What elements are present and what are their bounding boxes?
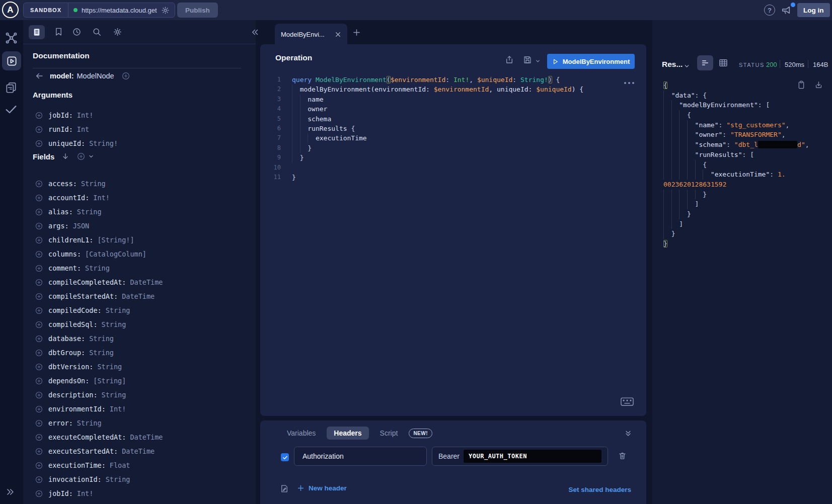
field-type[interactable]: [String]: [93, 377, 126, 385]
endpoint-url[interactable]: https://metadata.cloud.get: [82, 7, 157, 14]
field-type[interactable]: DateTime: [122, 447, 155, 455]
add-all-fields-button[interactable]: [77, 152, 94, 161]
endpoint-url-segment[interactable]: https://metadata.cloud.get: [68, 3, 175, 17]
add-field-plus-icon[interactable]: [35, 433, 43, 442]
add-field-plus-icon[interactable]: [35, 320, 43, 329]
field-type[interactable]: DateTime: [130, 278, 163, 286]
field-name[interactable]: description:: [48, 391, 98, 399]
field-name[interactable]: columns:: [48, 250, 81, 258]
header-name-input[interactable]: Authorization: [294, 447, 427, 466]
argument-name[interactable]: jobId:: [48, 111, 73, 119]
field-name[interactable]: accountId:: [48, 194, 89, 202]
field-name[interactable]: dependsOn:: [48, 377, 89, 385]
publish-button[interactable]: Publish: [177, 3, 218, 18]
field-name[interactable]: invocationId:: [48, 475, 102, 483]
save-icon[interactable]: [523, 55, 532, 64]
add-field-plus-icon[interactable]: [35, 391, 43, 399]
auth-token-field[interactable]: YOUR_AUTH_TOKEN: [464, 450, 601, 463]
field-name[interactable]: executeStartedAt:: [48, 447, 118, 455]
new-header-button[interactable]: New header: [297, 484, 347, 492]
expand-rail-chevrons-icon[interactable]: [5, 487, 15, 497]
new-tab-plus-icon[interactable]: [352, 28, 361, 37]
keyboard-shortcuts-icon[interactable]: [621, 397, 634, 406]
save-options-chevron-icon[interactable]: [535, 58, 541, 64]
field-name[interactable]: dbtVersion:: [48, 363, 93, 371]
field-type[interactable]: String: [102, 391, 126, 399]
field-type[interactable]: DateTime: [130, 433, 163, 441]
field-type[interactable]: String: [97, 363, 122, 371]
field-type[interactable]: String: [106, 306, 130, 314]
tab-script[interactable]: Script: [380, 429, 398, 437]
argument-type[interactable]: Int: [77, 125, 89, 133]
documentation-tab-button[interactable]: [29, 25, 45, 39]
field-type[interactable]: Int!: [77, 489, 94, 497]
field-name[interactable]: executionTime:: [48, 461, 106, 469]
field-type[interactable]: String: [77, 208, 102, 216]
download-response-icon[interactable]: [814, 80, 823, 90]
field-type[interactable]: String: [106, 475, 130, 483]
response-dropdown-chevron-icon[interactable]: [684, 63, 690, 69]
field-type[interactable]: String: [85, 264, 110, 272]
field-name[interactable]: dbtGroup:: [48, 349, 85, 357]
add-field-plus-icon[interactable]: [35, 334, 43, 343]
header-enabled-checkbox[interactable]: [281, 453, 289, 461]
field-name[interactable]: alias:: [48, 208, 73, 216]
add-field-plus-icon[interactable]: [35, 489, 43, 498]
argument-type[interactable]: Int!: [77, 111, 94, 119]
add-argument-plus-icon[interactable]: [35, 125, 43, 134]
field-type[interactable]: String: [89, 349, 114, 357]
sort-fields-icon[interactable]: [61, 152, 69, 160]
argument-name[interactable]: uniqueId:: [48, 139, 85, 147]
add-field-plus-icon[interactable]: [35, 306, 43, 315]
add-field-plus-icon[interactable]: [35, 292, 43, 301]
explorer-nav-item[interactable]: [2, 51, 21, 70]
field-type[interactable]: Int!: [93, 194, 110, 202]
field-name[interactable]: compiledCode:: [48, 306, 102, 314]
field-name[interactable]: compiledSql:: [48, 320, 98, 328]
field-name[interactable]: error:: [48, 419, 73, 427]
set-shared-headers-link[interactable]: Set shared headers: [568, 486, 631, 493]
field-name[interactable]: args:: [48, 222, 69, 230]
history-icon[interactable]: [72, 27, 82, 37]
field-name[interactable]: jobId:: [48, 489, 73, 497]
breadcrumb-type[interactable]: ModelNode: [77, 72, 114, 80]
field-name[interactable]: comment:: [48, 264, 81, 272]
share-icon[interactable]: [505, 55, 514, 64]
add-field-plus-icon[interactable]: [35, 447, 43, 456]
environment-variables-icon[interactable]: [280, 484, 289, 493]
field-type[interactable]: String: [77, 419, 102, 427]
back-arrow-icon[interactable]: [35, 71, 44, 80]
add-field-plus-icon[interactable]: [35, 194, 43, 202]
login-button[interactable]: Log in: [797, 3, 830, 17]
collapse-panel-double-chevron-icon[interactable]: [624, 430, 632, 438]
tab-variables[interactable]: Variables: [287, 429, 316, 437]
bookmarks-icon[interactable]: [54, 27, 63, 37]
add-field-plus-icon[interactable]: [35, 363, 43, 371]
add-field-plus-icon[interactable]: [35, 349, 43, 357]
field-type[interactable]: [CatalogColumn]: [85, 250, 146, 258]
add-field-plus-icon[interactable]: [35, 264, 43, 273]
field-type[interactable]: [String!]: [97, 236, 134, 244]
field-name[interactable]: compileStartedAt:: [48, 292, 118, 300]
argument-name[interactable]: runId:: [48, 125, 73, 133]
endpoint-settings-gear-icon[interactable]: [161, 6, 170, 15]
add-argument-plus-icon[interactable]: [35, 139, 43, 148]
add-field-plus-icon[interactable]: [35, 461, 43, 470]
field-name[interactable]: executeCompletedAt:: [48, 433, 126, 441]
add-field-plus-icon[interactable]: [35, 475, 43, 484]
add-field-plus-icon[interactable]: [35, 236, 43, 244]
argument-type[interactable]: String!: [89, 139, 118, 147]
collapse-panel-chevrons-icon[interactable]: [251, 28, 260, 37]
field-name[interactable]: childrenL1:: [48, 236, 93, 244]
announcements-megaphone-icon[interactable]: [781, 5, 792, 16]
add-field-plus-icon[interactable]: [35, 222, 43, 230]
field-type[interactable]: String: [102, 320, 126, 328]
field-type[interactable]: Int!: [110, 405, 126, 413]
settings-gear-icon[interactable]: [113, 27, 122, 37]
operation-tab[interactable]: ModelByEnvi...: [275, 24, 347, 45]
add-field-plus-icon[interactable]: [35, 405, 43, 413]
add-field-plus-icon[interactable]: [35, 208, 43, 216]
response-json-viewer[interactable]: { "data": { "modelByEnvironment": [ { "n…: [663, 80, 809, 249]
add-field-plus-icon[interactable]: [35, 419, 43, 428]
editor-menu-ellipsis-icon[interactable]: [624, 82, 634, 84]
